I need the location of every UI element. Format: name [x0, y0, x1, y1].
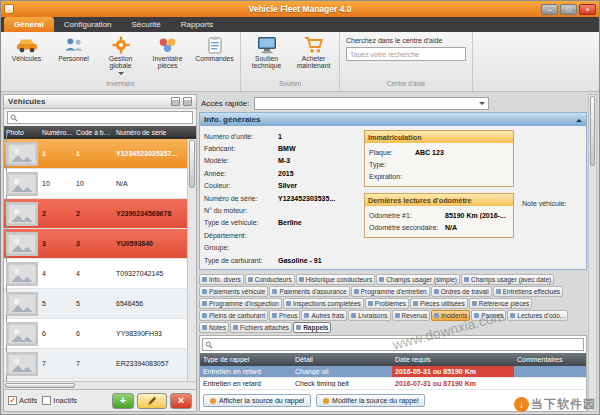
- vehicle-barcode-cell: 6: [74, 330, 114, 337]
- column-header-serial[interactable]: Numéro de série: [114, 129, 187, 136]
- column-header-barcode[interactable]: Code à ba...: [74, 129, 114, 136]
- detail-tab[interactable]: Notes: [199, 322, 229, 333]
- reminder-actions: Afficher la source du rappel Modifier la…: [200, 390, 586, 411]
- search-icon: [205, 341, 213, 349]
- personnel-button[interactable]: Personnel: [50, 34, 97, 64]
- reminders-search-input[interactable]: [215, 339, 581, 350]
- scrollbar-thumb[interactable]: [189, 140, 195, 188]
- edit-reminder-source-button[interactable]: Modifier la source du rappel: [316, 394, 425, 407]
- menu-tab-label: Général: [14, 20, 44, 29]
- buy-now-button-label: Acheter maintenant: [291, 55, 336, 70]
- detail-tab[interactable]: Autres frais: [301, 310, 347, 321]
- info-boxes: Immatriculation Plaque: ABC 123 Type:: [364, 130, 514, 266]
- detail-tab[interactable]: Livraisons: [348, 310, 390, 321]
- horizontal-scrollbar[interactable]: [4, 381, 196, 389]
- detail-tab[interactable]: Entretiens effectués: [493, 286, 563, 297]
- detail-tab[interactable]: Champs usager (avec date): [461, 274, 554, 285]
- table-row[interactable]: Entretien en retard Check timing belt 20…: [200, 378, 586, 390]
- field-value: Y123452303535...: [278, 195, 356, 202]
- ribbon-group-label-soutien: Soutien: [241, 80, 339, 91]
- menu-tab[interactable]: Configuration: [54, 17, 122, 32]
- help-search-input[interactable]: [346, 47, 466, 61]
- field-label: Odomètre #1:: [369, 212, 445, 219]
- detail-tab-label: Lectures d'odo...: [517, 312, 565, 319]
- column-header-date-required[interactable]: Date requis: [392, 356, 514, 363]
- minimize-button[interactable]: –: [541, 4, 558, 15]
- list-view-icon[interactable]: [183, 97, 192, 106]
- table-row[interactable]: Entretien en retard Change oil 2016-05-3…: [200, 366, 586, 378]
- detail-tab[interactable]: Ordres de travail: [431, 286, 492, 297]
- dropdown-arrow-icon: [118, 72, 124, 78]
- maximize-button[interactable]: □: [560, 4, 577, 15]
- detail-tab[interactable]: Programme d'inspection: [199, 298, 282, 309]
- detail-tab[interactable]: Pleins de carburant: [199, 310, 268, 321]
- edit-vehicle-button[interactable]: [137, 393, 167, 409]
- reminders-search-box: [202, 338, 584, 351]
- buy-now-button[interactable]: Acheter maintenant: [290, 34, 337, 72]
- detail-tab-label: Champs usager (simple): [386, 276, 457, 283]
- close-button[interactable]: ×: [579, 4, 596, 15]
- quick-access-row: Accès rapide:: [199, 94, 587, 112]
- filter-actifs-checkbox[interactable]: ✓ Actifs: [8, 396, 37, 405]
- detail-tab[interactable]: Conducteurs: [245, 274, 295, 285]
- detail-tab[interactable]: Lectures d'odo...: [507, 310, 568, 321]
- general-info-header[interactable]: Info. générales: [200, 113, 586, 126]
- vertical-scrollbar[interactable]: [588, 94, 597, 412]
- detail-tab[interactable]: Pneus: [269, 310, 300, 321]
- quick-access-label: Accès rapide:: [201, 99, 249, 108]
- grid-view-icon[interactable]: [171, 97, 180, 106]
- detail-tab[interactable]: Pièces utilisées: [410, 298, 468, 309]
- global-management-button[interactable]: Gestion globale: [97, 34, 144, 80]
- reminders-table-header: Type de rappel Détail Date requis Commen…: [200, 353, 586, 366]
- orders-button[interactable]: Commandes: [191, 34, 238, 64]
- add-vehicle-button[interactable]: +: [112, 393, 134, 409]
- filter-inactifs-checkbox[interactable]: Inactifs: [42, 396, 77, 405]
- column-header-reminder-type[interactable]: Type de rappel: [200, 356, 292, 363]
- info-field: Type de véhicule: Berline: [204, 217, 356, 229]
- vehicle-detail-panel: Accès rapide: Info. générales Numéro d'u…: [199, 94, 597, 412]
- quick-access-select[interactable]: [254, 97, 489, 110]
- vehicles-button[interactable]: Véhicules: [3, 34, 50, 64]
- column-header-detail[interactable]: Détail: [292, 356, 392, 363]
- field-value: 1: [278, 133, 356, 140]
- tech-support-button[interactable]: Soutien technique: [243, 34, 290, 72]
- detail-tab[interactable]: Info. divers: [199, 274, 244, 285]
- detail-tab[interactable]: Paiements véhicule: [199, 286, 268, 297]
- field-value: N/A: [445, 224, 509, 231]
- detail-tab[interactable]: Fichiers attachés: [230, 322, 292, 333]
- scrollbar-thumb[interactable]: [590, 96, 595, 166]
- detail-tab[interactable]: Champs usager (simple): [376, 274, 460, 285]
- menu-tab[interactable]: Général: [4, 17, 54, 32]
- show-reminder-source-button[interactable]: Afficher la source du rappel: [203, 394, 311, 407]
- vehicle-number-cell: 7: [40, 360, 74, 367]
- detail-tab[interactable]: Revenus: [392, 310, 431, 321]
- vertical-scrollbar[interactable]: [187, 139, 196, 381]
- vehicles-search-input[interactable]: [20, 112, 190, 123]
- scrollbar-thumb[interactable]: [5, 383, 75, 388]
- field-label: Groupe:: [204, 244, 278, 251]
- column-header-comments[interactable]: Commentaires: [514, 356, 586, 363]
- detail-tab[interactable]: Inspections complétées: [283, 298, 364, 309]
- detail-tab-label: Incidents: [441, 312, 467, 319]
- search-icon: [10, 114, 18, 122]
- detail-tab[interactable]: Paiements d'assurance: [269, 286, 349, 297]
- detail-tab[interactable]: Problèmes: [365, 298, 409, 309]
- info-field: Couleur: Silver: [204, 180, 356, 192]
- menu-tab[interactable]: Rapports: [171, 17, 223, 32]
- collapse-icon[interactable]: [576, 116, 582, 122]
- detail-tab[interactable]: Rappels: [293, 322, 331, 333]
- menu-tab[interactable]: Sécurité: [121, 17, 170, 32]
- detail-tab[interactable]: Incidents: [431, 310, 470, 321]
- detail-tab[interactable]: Historique conducteurs: [296, 274, 375, 285]
- detail-tab-label: Programme d'inspection: [209, 300, 279, 307]
- column-header-number[interactable]: Numéro...: [40, 129, 74, 136]
- detail-tab-label: Fichiers attachés: [240, 324, 289, 331]
- detail-tab[interactable]: Pannes: [471, 310, 506, 321]
- delete-vehicle-button[interactable]: ×: [170, 393, 192, 409]
- reminder-type-cell: Entretien en retard: [200, 380, 292, 387]
- table-row[interactable]: 7 7 ER23394083057: [4, 349, 187, 379]
- vehicle-barcode-cell: 2: [74, 210, 114, 217]
- detail-tab[interactable]: Programme d'entretien: [351, 286, 430, 297]
- detail-tab[interactable]: Référence pièces: [469, 298, 533, 309]
- parts-inventory-button[interactable]: Inventaire pièces: [144, 34, 191, 72]
